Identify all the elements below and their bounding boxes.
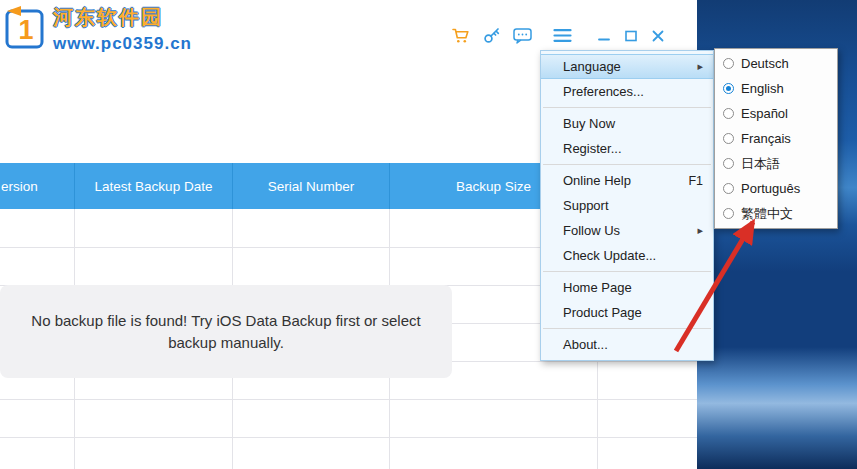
column-header-label: ersion [1,179,38,194]
language-option-espanol[interactable]: Español [715,101,837,126]
maximize-button[interactable] [624,29,638,43]
language-option-english[interactable]: English [715,76,837,101]
menu-separator [543,328,711,329]
radio-selected-icon [723,83,734,94]
grid-line [0,437,697,438]
language-option-deutsch[interactable]: Deutsch [715,51,837,76]
column-header-latest-backup-date: Latest Backup Date [75,163,233,209]
menu-item-support[interactable]: Support [541,193,713,218]
column-header-label: Backup Size [456,179,531,194]
menu-item-online-help[interactable]: Online Help F1 [541,168,713,193]
watermark-logo-icon: 1 [3,4,47,52]
language-option-traditional-chinese[interactable]: 繁體中文 [715,201,837,226]
column-header-label: Serial Number [268,179,354,194]
menu-item-buy-now[interactable]: Buy Now [541,111,713,136]
menu-item-preferences[interactable]: Preferences... [541,79,713,104]
watermark-site-name: 河东软件园 [53,4,192,31]
cart-icon[interactable] [452,28,470,44]
menu-item-language[interactable]: Language ▸ [541,54,713,79]
language-option-japanese[interactable]: 日本語 [715,151,837,176]
minimize-button[interactable] [597,29,611,43]
watermark-site-url: www.pc0359.cn [53,34,192,54]
menu-item-about[interactable]: About... [541,332,713,357]
dropdown-menu: Language ▸ Preferences... Buy Now Regist… [540,50,714,361]
language-submenu: Deutsch English Español Français 日本語 Por… [714,48,838,229]
svg-text:1: 1 [18,15,33,45]
message-icon[interactable] [513,28,532,44]
menu-item-home-page[interactable]: Home Page [541,275,713,300]
submenu-arrow-icon: ▸ [697,60,703,73]
grid-line [0,399,697,400]
radio-icon [723,208,734,219]
close-button[interactable] [651,29,665,43]
screenshot-root: ersion Latest Backup Date Serial Number … [0,0,857,469]
menu-item-register[interactable]: Register... [541,136,713,161]
no-backup-message: No backup file is found! Try iOS Data Ba… [0,285,452,378]
radio-icon [723,158,734,169]
watermark-logo: 1 河东软件园 www.pc0359.cn [3,4,192,54]
watermark-text: 河东软件园 www.pc0359.cn [53,4,192,54]
column-header-serial-number: Serial Number [233,163,390,209]
column-header-label: Latest Backup Date [95,179,213,194]
radio-icon [723,108,734,119]
menu-separator [543,164,711,165]
menu-item-follow-us[interactable]: Follow Us ▸ [541,218,713,243]
menu-separator [543,107,711,108]
language-option-portugues[interactable]: Português [715,176,837,201]
submenu-arrow-icon: ▸ [697,224,703,237]
menu-item-check-update[interactable]: Check Update... [541,243,713,268]
radio-icon [723,133,734,144]
column-header-version: ersion [0,163,75,209]
menu-item-product-page[interactable]: Product Page [541,300,713,325]
hamburger-menu-icon[interactable] [553,28,572,43]
radio-icon [723,183,734,194]
radio-icon [723,58,734,69]
key-icon[interactable] [483,27,500,44]
no-backup-message-text: No backup file is found! Try iOS Data Ba… [12,310,440,354]
shortcut-label: F1 [688,174,703,188]
menu-separator [543,271,711,272]
titlebar-toolbar [452,27,665,44]
language-option-francais[interactable]: Français [715,126,837,151]
